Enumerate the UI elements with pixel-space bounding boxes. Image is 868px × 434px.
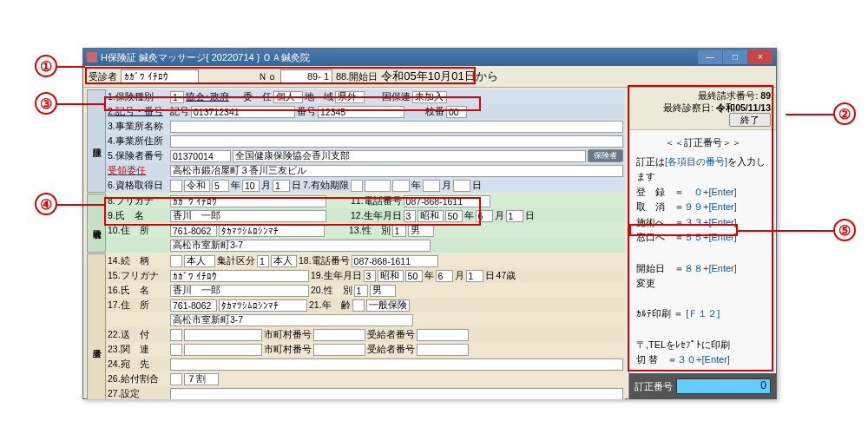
fld-era-name2[interactable] — [365, 180, 391, 192]
fld-zokugara-code[interactable] — [170, 255, 182, 267]
fld-year2[interactable] — [392, 180, 410, 192]
fld-sex-name[interactable]: 男 — [408, 225, 434, 237]
lbl-kyufu: 26.給付割合 — [108, 373, 168, 385]
lbl-city-no2: 市町村番号 — [264, 344, 312, 356]
fld-kyufu-code[interactable] — [170, 373, 182, 385]
fld-j-address[interactable]: 高松市室新町3-7 — [170, 314, 413, 326]
annotation-1: ① — [35, 55, 57, 77]
fld-birth-m[interactable]: 6 — [476, 210, 493, 222]
minimize-button[interactable]: — — [698, 50, 722, 64]
fld-j-birth-m[interactable]: 6 — [436, 270, 453, 282]
fld-birth-era-name[interactable]: 昭和 — [418, 210, 444, 222]
fld-year1[interactable]: 5 — [212, 180, 229, 192]
fld-settei[interactable] — [170, 388, 623, 400]
lbl-jukyu-no2: 受給者番号 — [367, 344, 415, 356]
fld-hokenshubetsu-code[interactable]: 1 — [170, 91, 184, 103]
link-kigo-bango[interactable]: 2.記号・番号 — [108, 106, 168, 118]
fld-month1[interactable]: 10 — [242, 180, 260, 192]
annotation-3: ③ — [35, 92, 57, 115]
fld-j-furigana[interactable]: ｶｶﾞﾜ ｲﾁﾛｳ — [170, 270, 309, 282]
lbl-j-furigana: 15.フリガナ — [108, 270, 168, 282]
fld-furigana[interactable]: ｶｶﾞﾜ ｲﾁﾛｳ — [170, 195, 326, 207]
lbl-hokenshubetsu: 1.保険種別 — [108, 91, 168, 103]
lbl-atesaki: 24.宛 先 — [108, 358, 168, 371]
fld-jukyu-no1[interactable] — [417, 329, 469, 341]
fld-sex-code[interactable]: 1 — [392, 225, 406, 237]
fld-kanren-code[interactable] — [170, 344, 182, 356]
fld-j-shimei[interactable]: 香川 一郎 — [170, 285, 309, 297]
fld-nenrei-name[interactable]: 一般保険 — [366, 299, 410, 312]
link-juryoinin[interactable]: 受領委任 — [108, 165, 168, 177]
fld-kojin[interactable]: 個人 — [273, 91, 303, 103]
lbl-city-no1: 市町村番号 — [264, 329, 312, 341]
fld-j-sex-name[interactable]: 男 — [370, 285, 396, 297]
fld-jukyu-no2[interactable] — [417, 344, 469, 356]
fld-day1[interactable]: 1 — [273, 180, 290, 192]
fld-j-birth-era-name[interactable]: 昭和 — [378, 270, 404, 282]
patient-field[interactable]: ｶｶﾞﾜ ｲﾁﾛｳ — [121, 69, 199, 83]
fld-birth-d[interactable]: 1 — [506, 210, 523, 222]
lbl-edaban: 枝番 — [425, 106, 444, 118]
fld-j-sex-code[interactable]: 1 — [354, 285, 368, 297]
fld-jigyosho-addr[interactable] — [170, 135, 623, 148]
annotation-4: ④ — [35, 193, 57, 215]
fld-kanren-name[interactable] — [184, 344, 262, 356]
side-meta: 最終請求番号: 89 最終診察日: 令和05/11/13 終了 — [629, 88, 776, 130]
fld-shimei[interactable]: 香川 一郎 — [170, 210, 326, 222]
fld-kyufu-name[interactable]: ７割 — [184, 373, 219, 385]
link-hokenshubetsu-name[interactable]: 協会･政府 — [186, 91, 229, 103]
btn-end[interactable]: 終了 — [729, 113, 771, 127]
lbl-nenrei: 21.年 齢 — [309, 299, 351, 312]
fld-j-tel[interactable]: 087-868-1611 — [352, 255, 438, 267]
fld-shukei-name[interactable]: 本人 — [271, 255, 297, 267]
fld-mikanyu[interactable]: 未加入 — [412, 91, 447, 103]
fld-atesaki[interactable] — [170, 358, 623, 371]
fld-shukei-code[interactable]: 1 — [257, 255, 269, 267]
fld-birth-y[interactable]: 50 — [445, 210, 463, 222]
fld-j-birth-era-code[interactable]: 3 — [364, 270, 376, 282]
fld-j-addr-kana[interactable]: ﾀｶﾏﾂｼﾑﾛｼﾝﾏﾁ — [219, 299, 307, 312]
fld-zokugara-name[interactable]: 本人 — [184, 255, 215, 267]
fld-kengai[interactable]: 県外 — [335, 91, 365, 103]
fld-era-code1[interactable] — [170, 180, 182, 192]
close-button[interactable]: × — [748, 50, 773, 64]
fld-juryoinin[interactable]: 高松市鍛冶屋町３香川三友ビル — [170, 165, 623, 177]
fld-nenrei-code[interactable] — [352, 299, 365, 312]
fld-tel[interactable]: 087-868-1611 — [404, 195, 490, 207]
lbl-jigyosho-mei: 3.事業所名称 — [108, 121, 168, 133]
fld-sofu-code[interactable] — [170, 329, 182, 341]
section-tag-jushinsha: 受診者 — [87, 253, 106, 399]
fld-j-zip[interactable]: 761-8062 — [170, 299, 217, 312]
lbl-teisei-no: 訂正番号 — [635, 380, 673, 393]
fld-edaban[interactable]: 00 — [446, 106, 467, 118]
side-panel: 最終請求番号: 89 最終診察日: 令和05/11/13 終了 ＜＜訂正番号＞＞… — [628, 88, 776, 399]
fld-addr-kana[interactable]: ﾀｶﾏﾂｼﾑﾛｼﾝﾏﾁ — [219, 225, 325, 237]
fld-city-no2[interactable] — [313, 344, 365, 356]
no-label: Ｎｏ — [258, 70, 277, 83]
fld-address[interactable]: 高松市室新町3-7 — [170, 240, 431, 252]
fld-day2[interactable] — [453, 180, 470, 192]
fld-city-no1[interactable] — [313, 329, 365, 341]
fld-teisei-no[interactable]: 0 — [676, 378, 771, 394]
no-field[interactable]: 89- 1 — [280, 69, 332, 83]
fld-hokensha-name[interactable]: 全国健康保険協会香川支部 — [233, 150, 586, 162]
lbl-hokensha-no: 5.保険者番号 — [108, 150, 168, 162]
fld-era-name1[interactable]: 令和 — [184, 180, 210, 192]
fld-bango[interactable]: 12345 — [318, 106, 404, 118]
fld-jigyosho-mei[interactable] — [170, 121, 623, 133]
lbl-sofu: 22.送 付 — [108, 329, 168, 341]
fld-j-birth-y[interactable]: 50 — [405, 270, 423, 282]
fld-j-birth-d[interactable]: 1 — [466, 270, 483, 282]
btn-hokensha[interactable]: 保険者 — [588, 149, 623, 162]
app-window: H保険証 鍼灸マッサージ{ 20220714 } ＯＡ鍼灸院 — □ × 受診者… — [82, 48, 777, 399]
fld-birth-era-code[interactable]: 3 — [404, 210, 416, 222]
fld-month2[interactable] — [423, 180, 440, 192]
fld-hokensha-no[interactable]: 01370014 — [170, 150, 231, 162]
fld-sofu-name[interactable] — [184, 329, 262, 341]
fld-zip[interactable]: 761-8062 — [170, 225, 217, 237]
lbl-kanren: 23.関 連 — [108, 344, 168, 356]
fld-era-code2[interactable] — [351, 180, 363, 192]
annotation-2: ② — [833, 102, 856, 125]
maximize-button[interactable]: □ — [723, 50, 747, 64]
fld-kigo[interactable]: 013712341 — [191, 106, 295, 118]
